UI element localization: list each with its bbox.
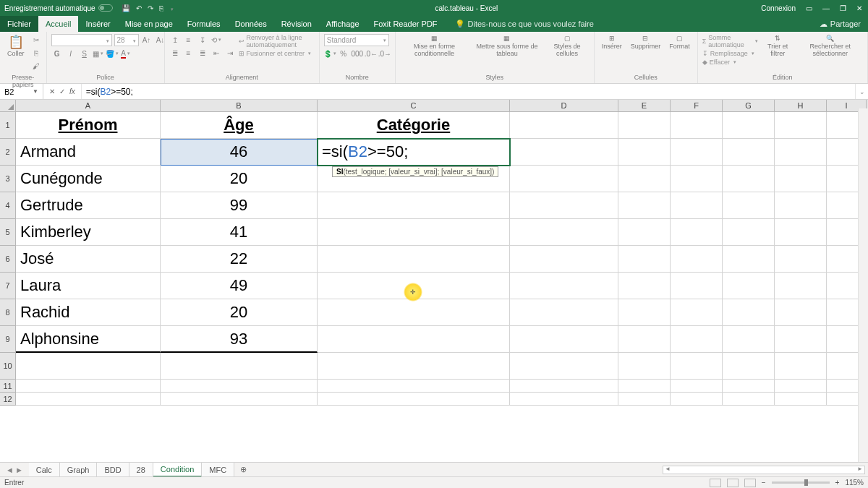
cell[interactable]: Cunégonde: [16, 166, 161, 192]
cell[interactable]: Alphonsine: [16, 326, 161, 353]
sheet-tab-active[interactable]: Condition: [153, 463, 202, 477]
insert-cells-button[interactable]: ⊞Insérer: [599, 34, 625, 52]
zoom-level[interactable]: 115%: [845, 479, 864, 487]
cell[interactable]: [510, 219, 618, 246]
cell[interactable]: 99: [161, 192, 318, 219]
cell[interactable]: [318, 353, 510, 380]
cell[interactable]: Prénom: [16, 112, 161, 139]
tab-data[interactable]: Données: [228, 16, 274, 32]
cell[interactable]: [161, 380, 318, 393]
cell[interactable]: [318, 380, 510, 393]
qat-dropdown-icon[interactable]: [169, 4, 174, 12]
bold-icon[interactable]: G: [51, 48, 63, 59]
cell[interactable]: [618, 112, 671, 139]
fill-button[interactable]: ↧ Remplissage: [702, 50, 758, 57]
cell[interactable]: [671, 299, 723, 326]
cell[interactable]: [775, 299, 827, 326]
cell[interactable]: [510, 246, 618, 273]
worksheet-grid[interactable]: A B C D E F G H I 1 Prénom Âge Catégorie…: [0, 100, 868, 406]
format-painter-icon[interactable]: 🖌: [30, 60, 42, 72]
cell[interactable]: [318, 219, 510, 246]
paste-button[interactable]: 📋 Coller: [4, 34, 27, 59]
cell[interactable]: [671, 139, 723, 166]
col-header-G[interactable]: G: [723, 100, 775, 111]
cell[interactable]: [16, 380, 161, 393]
cell[interactable]: Kimberley: [16, 219, 161, 246]
increase-decimal-icon[interactable]: .0←: [365, 48, 377, 59]
delete-cells-button[interactable]: ⊟Supprimer: [628, 34, 664, 52]
cell[interactable]: [775, 166, 827, 192]
merge-center-button[interactable]: ⊞ Fusionner et centrer: [239, 50, 315, 57]
row-header[interactable]: 8: [0, 299, 16, 326]
zoom-in-icon[interactable]: +: [835, 479, 840, 487]
cell[interactable]: [723, 219, 775, 246]
cell[interactable]: [671, 393, 723, 406]
percent-icon[interactable]: %: [338, 48, 349, 59]
cell[interactable]: [671, 246, 723, 273]
cell[interactable]: José: [16, 246, 161, 273]
cell[interactable]: [510, 393, 618, 406]
cell[interactable]: Âge: [161, 112, 318, 139]
copy-icon[interactable]: ⎘: [30, 47, 42, 59]
cell[interactable]: [16, 393, 161, 406]
cell[interactable]: Laura: [16, 273, 161, 299]
cell[interactable]: [618, 192, 671, 219]
view-page-break-icon[interactable]: [744, 479, 756, 487]
col-header-A[interactable]: A: [16, 100, 161, 111]
cell[interactable]: Armand: [16, 139, 161, 166]
cell[interactable]: [510, 139, 618, 166]
toggle-icon[interactable]: [98, 4, 113, 12]
cell[interactable]: [723, 326, 775, 353]
tab-review[interactable]: Révision: [274, 16, 319, 32]
cell[interactable]: [618, 299, 671, 326]
tab-layout[interactable]: Mise en page: [118, 16, 180, 32]
tab-view[interactable]: Affichage: [319, 16, 367, 32]
zoom-slider[interactable]: [772, 481, 830, 484]
cell[interactable]: 20: [161, 299, 318, 326]
share-button[interactable]: ☁ Partager: [812, 16, 868, 32]
cell[interactable]: [618, 326, 671, 353]
font-name-combo[interactable]: [51, 34, 112, 46]
row-header[interactable]: 4: [0, 192, 16, 219]
tab-insert[interactable]: Insérer: [78, 16, 117, 32]
indent-decrease-icon[interactable]: ⇤: [210, 47, 222, 59]
accounting-format-icon[interactable]: 💲: [324, 48, 336, 59]
align-top-icon[interactable]: ↥: [169, 34, 181, 46]
comma-icon[interactable]: 000: [352, 48, 363, 59]
cell[interactable]: Gertrude: [16, 192, 161, 219]
cut-icon[interactable]: ✂: [30, 34, 42, 46]
cell[interactable]: [510, 192, 618, 219]
vertical-scrollbar[interactable]: [858, 108, 868, 462]
save-icon[interactable]: 💾: [122, 4, 130, 12]
cell[interactable]: [161, 393, 318, 406]
border-icon[interactable]: ▦: [93, 48, 104, 59]
cell[interactable]: [723, 380, 775, 393]
cell[interactable]: [16, 353, 161, 380]
row-header[interactable]: 2: [0, 139, 16, 166]
sheet-nav-prev-icon[interactable]: ◄: [6, 466, 14, 474]
format-as-table-button[interactable]: ▦Mettre sous forme de tableau: [472, 34, 542, 59]
cell[interactable]: [723, 192, 775, 219]
signin-link[interactable]: Connexion: [761, 4, 796, 12]
cell[interactable]: [671, 380, 723, 393]
cancel-formula-icon[interactable]: ✕: [49, 87, 55, 95]
font-size-combo[interactable]: 28: [114, 34, 139, 46]
cell[interactable]: [723, 139, 775, 166]
row-header[interactable]: 9: [0, 326, 16, 353]
cell[interactable]: [671, 353, 723, 380]
touch-icon[interactable]: ⎘: [159, 4, 163, 12]
cell[interactable]: Catégorie: [318, 112, 510, 139]
view-page-layout-icon[interactable]: [727, 479, 739, 487]
col-header-D[interactable]: D: [510, 100, 618, 111]
fx-icon[interactable]: fx: [69, 87, 75, 95]
tab-foxit[interactable]: Foxit Reader PDF: [367, 16, 445, 32]
cell[interactable]: [671, 273, 723, 299]
col-header-C[interactable]: C: [318, 100, 510, 111]
cell[interactable]: [510, 112, 618, 139]
zoom-out-icon[interactable]: −: [762, 479, 766, 487]
cell[interactable]: [671, 219, 723, 246]
sheet-tab[interactable]: Calc: [29, 463, 60, 477]
align-middle-icon[interactable]: ≡: [183, 34, 195, 46]
cell[interactable]: [775, 326, 827, 353]
align-center-icon[interactable]: ≡: [183, 47, 195, 59]
